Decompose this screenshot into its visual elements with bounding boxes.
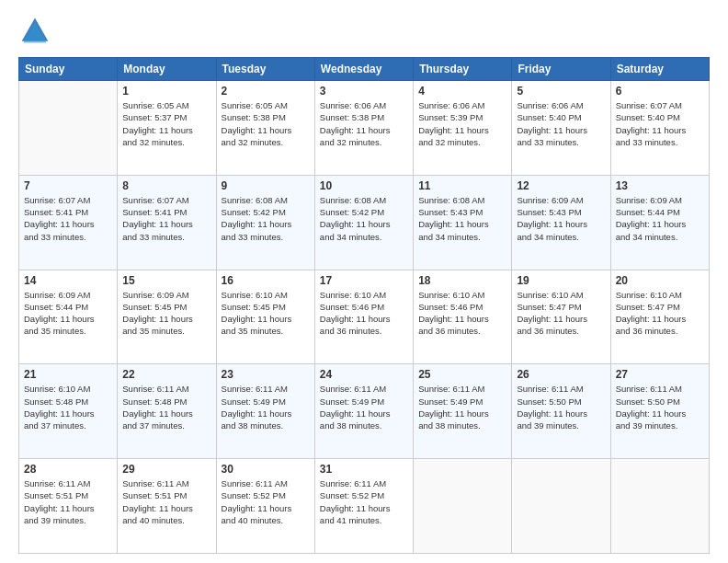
day-number: 8 <box>122 179 210 192</box>
calendar-cell: 30Sunrise: 6:11 AMSunset: 5:52 PMDayligh… <box>216 459 314 554</box>
day-number: 3 <box>320 85 408 98</box>
day-detail: Sunrise: 6:09 AMSunset: 5:44 PMDaylight:… <box>24 290 95 337</box>
day-detail: Sunrise: 6:11 AMSunset: 5:50 PMDaylight:… <box>517 384 587 431</box>
calendar-cell: 31Sunrise: 6:11 AMSunset: 5:52 PMDayligh… <box>314 459 413 554</box>
day-detail: Sunrise: 6:11 AMSunset: 5:49 PMDaylight:… <box>418 384 489 431</box>
day-number: 23 <box>222 368 310 381</box>
day-number: 29 <box>122 463 210 476</box>
calendar-cell: 2Sunrise: 6:05 AMSunset: 5:38 PMDaylight… <box>216 81 314 176</box>
day-number: 9 <box>222 179 310 192</box>
day-detail: Sunrise: 6:07 AMSunset: 5:41 PMDaylight:… <box>122 195 193 242</box>
calendar-header-saturday: Saturday <box>610 58 709 81</box>
day-detail: Sunrise: 6:06 AMSunset: 5:39 PMDaylight:… <box>418 100 489 147</box>
calendar-cell: 14Sunrise: 6:09 AMSunset: 5:44 PMDayligh… <box>19 270 118 364</box>
day-number: 25 <box>418 368 506 381</box>
day-detail: Sunrise: 6:07 AMSunset: 5:41 PMDaylight:… <box>24 195 95 242</box>
calendar-table: SundayMondayTuesdayWednesdayThursdayFrid… <box>18 57 710 554</box>
header <box>18 15 710 48</box>
day-detail: Sunrise: 6:08 AMSunset: 5:42 PMDaylight:… <box>320 195 391 242</box>
day-detail: Sunrise: 6:10 AMSunset: 5:47 PMDaylight:… <box>616 290 687 337</box>
calendar-header-sunday: Sunday <box>19 58 118 81</box>
logo <box>18 15 57 48</box>
calendar-cell: 15Sunrise: 6:09 AMSunset: 5:45 PMDayligh… <box>118 270 216 364</box>
calendar-cell: 22Sunrise: 6:11 AMSunset: 5:48 PMDayligh… <box>118 364 216 459</box>
day-detail: Sunrise: 6:06 AMSunset: 5:38 PMDaylight:… <box>320 100 391 147</box>
calendar-cell: 11Sunrise: 6:08 AMSunset: 5:43 PMDayligh… <box>414 175 512 270</box>
day-number: 19 <box>517 274 605 287</box>
day-detail: Sunrise: 6:10 AMSunset: 5:46 PMDaylight:… <box>418 290 489 337</box>
day-detail: Sunrise: 6:11 AMSunset: 5:50 PMDaylight:… <box>616 384 687 431</box>
calendar-cell <box>610 459 709 554</box>
day-detail: Sunrise: 6:11 AMSunset: 5:48 PMDaylight:… <box>122 384 193 431</box>
day-detail: Sunrise: 6:08 AMSunset: 5:43 PMDaylight:… <box>418 195 489 242</box>
calendar-cell: 10Sunrise: 6:08 AMSunset: 5:42 PMDayligh… <box>314 175 413 270</box>
calendar-cell: 16Sunrise: 6:10 AMSunset: 5:45 PMDayligh… <box>216 270 314 364</box>
calendar-cell: 26Sunrise: 6:11 AMSunset: 5:50 PMDayligh… <box>512 364 610 459</box>
calendar-cell: 19Sunrise: 6:10 AMSunset: 5:47 PMDayligh… <box>512 270 610 364</box>
logo-icon <box>18 15 51 48</box>
calendar-cell <box>414 459 512 554</box>
calendar-cell: 25Sunrise: 6:11 AMSunset: 5:49 PMDayligh… <box>414 364 512 459</box>
day-detail: Sunrise: 6:10 AMSunset: 5:45 PMDaylight:… <box>222 290 292 337</box>
day-number: 24 <box>320 368 408 381</box>
day-number: 6 <box>616 85 704 98</box>
day-number: 11 <box>418 179 506 192</box>
calendar-cell: 1Sunrise: 6:05 AMSunset: 5:37 PMDaylight… <box>118 81 216 176</box>
calendar-header-monday: Monday <box>118 58 216 81</box>
day-number: 16 <box>222 274 310 287</box>
day-number: 28 <box>24 463 112 476</box>
day-detail: Sunrise: 6:11 AMSunset: 5:49 PMDaylight:… <box>222 384 292 431</box>
day-detail: Sunrise: 6:07 AMSunset: 5:40 PMDaylight:… <box>616 100 687 147</box>
day-number: 13 <box>616 179 704 192</box>
day-detail: Sunrise: 6:11 AMSunset: 5:49 PMDaylight:… <box>320 384 391 431</box>
calendar-cell: 18Sunrise: 6:10 AMSunset: 5:46 PMDayligh… <box>414 270 512 364</box>
day-detail: Sunrise: 6:09 AMSunset: 5:43 PMDaylight:… <box>517 195 587 242</box>
calendar-cell: 7Sunrise: 6:07 AMSunset: 5:41 PMDaylight… <box>19 175 118 270</box>
day-detail: Sunrise: 6:09 AMSunset: 5:45 PMDaylight:… <box>122 290 193 337</box>
calendar-cell: 28Sunrise: 6:11 AMSunset: 5:51 PMDayligh… <box>19 459 118 554</box>
day-number: 7 <box>24 179 112 192</box>
day-detail: Sunrise: 6:05 AMSunset: 5:37 PMDaylight:… <box>122 100 193 147</box>
day-number: 17 <box>320 274 408 287</box>
calendar-cell: 17Sunrise: 6:10 AMSunset: 5:46 PMDayligh… <box>314 270 413 364</box>
calendar-header-tuesday: Tuesday <box>216 58 314 81</box>
calendar-cell: 13Sunrise: 6:09 AMSunset: 5:44 PMDayligh… <box>610 175 709 270</box>
calendar-cell: 9Sunrise: 6:08 AMSunset: 5:42 PMDaylight… <box>216 175 314 270</box>
calendar-cell: 27Sunrise: 6:11 AMSunset: 5:50 PMDayligh… <box>610 364 709 459</box>
calendar-cell: 3Sunrise: 6:06 AMSunset: 5:38 PMDaylight… <box>314 81 413 176</box>
day-detail: Sunrise: 6:10 AMSunset: 5:46 PMDaylight:… <box>320 290 391 337</box>
calendar-week-4: 28Sunrise: 6:11 AMSunset: 5:51 PMDayligh… <box>19 459 710 554</box>
calendar-week-2: 14Sunrise: 6:09 AMSunset: 5:44 PMDayligh… <box>19 270 710 364</box>
day-number: 30 <box>222 463 310 476</box>
day-number: 15 <box>122 274 210 287</box>
day-number: 2 <box>222 85 310 98</box>
calendar-cell <box>512 459 610 554</box>
day-detail: Sunrise: 6:11 AMSunset: 5:51 PMDaylight:… <box>24 478 95 525</box>
day-number: 21 <box>24 368 112 381</box>
day-detail: Sunrise: 6:08 AMSunset: 5:42 PMDaylight:… <box>222 195 292 242</box>
day-number: 18 <box>418 274 506 287</box>
calendar-cell: 21Sunrise: 6:10 AMSunset: 5:48 PMDayligh… <box>19 364 118 459</box>
day-number: 4 <box>418 85 506 98</box>
calendar-header-thursday: Thursday <box>414 58 512 81</box>
day-detail: Sunrise: 6:10 AMSunset: 5:47 PMDaylight:… <box>517 290 587 337</box>
calendar-cell: 4Sunrise: 6:06 AMSunset: 5:39 PMDaylight… <box>414 81 512 176</box>
day-detail: Sunrise: 6:11 AMSunset: 5:51 PMDaylight:… <box>122 478 193 525</box>
day-detail: Sunrise: 6:11 AMSunset: 5:52 PMDaylight:… <box>320 478 391 525</box>
calendar-cell: 5Sunrise: 6:06 AMSunset: 5:40 PMDaylight… <box>512 81 610 176</box>
day-number: 1 <box>122 85 210 98</box>
day-number: 10 <box>320 179 408 192</box>
calendar-week-1: 7Sunrise: 6:07 AMSunset: 5:41 PMDaylight… <box>19 175 710 270</box>
day-number: 5 <box>517 85 605 98</box>
calendar-cell: 6Sunrise: 6:07 AMSunset: 5:40 PMDaylight… <box>610 81 709 176</box>
day-detail: Sunrise: 6:06 AMSunset: 5:40 PMDaylight:… <box>517 100 587 147</box>
calendar-cell: 12Sunrise: 6:09 AMSunset: 5:43 PMDayligh… <box>512 175 610 270</box>
day-number: 26 <box>517 368 605 381</box>
day-detail: Sunrise: 6:05 AMSunset: 5:38 PMDaylight:… <box>222 100 292 147</box>
day-number: 22 <box>122 368 210 381</box>
calendar-header-friday: Friday <box>512 58 610 81</box>
day-number: 20 <box>616 274 704 287</box>
calendar-cell: 29Sunrise: 6:11 AMSunset: 5:51 PMDayligh… <box>118 459 216 554</box>
calendar-header-wednesday: Wednesday <box>314 58 413 81</box>
calendar-week-0: 1Sunrise: 6:05 AMSunset: 5:37 PMDaylight… <box>19 81 710 176</box>
